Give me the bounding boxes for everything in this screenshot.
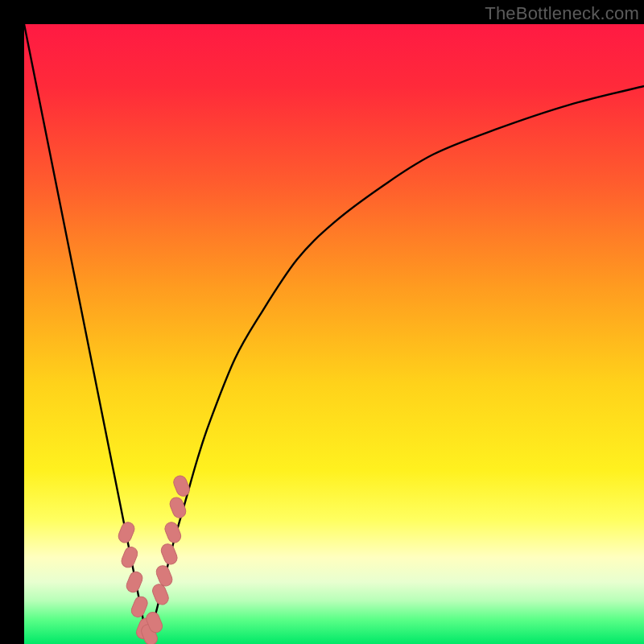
watermark-text: TheBottleneck.com [485,3,639,24]
chart-frame: TheBottleneck.com [0,0,644,644]
marker-pill [125,570,145,594]
marker-pill [117,520,137,544]
bottleneck-curve [24,24,644,644]
highlighted-points [117,474,192,644]
marker-pill [163,520,184,544]
curve-layer [24,24,644,644]
marker-pill [171,474,192,498]
marker-pill [168,496,188,520]
plot-area [24,24,644,644]
marker-pill [159,542,180,566]
marker-pill [120,545,140,569]
marker-pill [130,595,150,619]
